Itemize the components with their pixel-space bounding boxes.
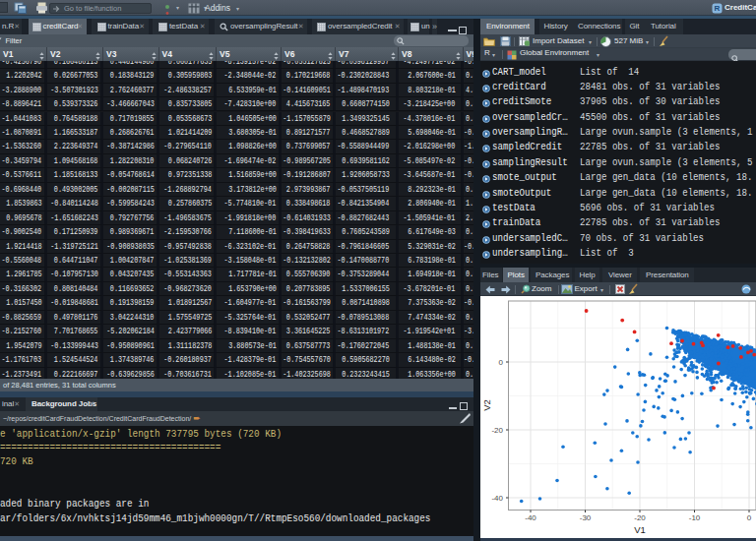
svg-text:V2: V2 xyxy=(481,399,492,411)
svg-text:0: 0 xyxy=(747,513,752,522)
svg-text:-10: -10 xyxy=(689,513,701,522)
svg-text:-20: -20 xyxy=(491,426,503,435)
svg-text:-40: -40 xyxy=(491,494,503,503)
svg-text:V1: V1 xyxy=(634,524,646,535)
svg-text:-40: -40 xyxy=(525,513,536,522)
svg-text:R: R xyxy=(715,4,721,13)
svg-text:-30: -30 xyxy=(580,513,592,522)
svg-text:0: 0 xyxy=(499,358,504,367)
svg-text:-20: -20 xyxy=(634,513,646,522)
